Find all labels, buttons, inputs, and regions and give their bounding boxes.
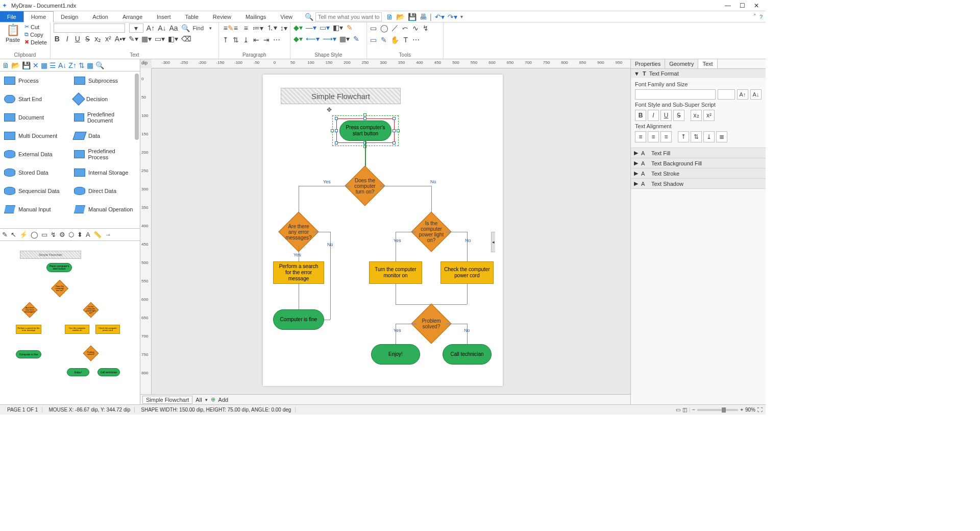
tab-text[interactable]: Text [698,59,717,68]
linestyle-icon[interactable]: ▭▾ [320,23,330,32]
edit-icon[interactable]: ✎ [2,231,8,238]
tool-rect-icon[interactable]: ▭ [370,24,377,32]
process-1[interactable]: Perform a search for the error message [273,261,324,284]
print-icon[interactable]: 🖶 [420,13,427,21]
tool-conn-icon[interactable]: ↯ [422,24,429,32]
delete-button[interactable]: ✖Delete [24,39,47,45]
clear-format-icon[interactable]: ⌫ [181,35,191,43]
corner-icon[interactable]: ◆▾ [293,35,303,43]
add-page-button[interactable]: Add [218,397,229,403]
highlight-icon[interactable]: ✎▾ [129,35,138,43]
shape-manual-input[interactable]: Manual Input [0,200,70,219]
cut-button[interactable]: ✂Cut [24,23,47,30]
zoom-slider[interactable] [697,409,738,411]
valign-mid2-icon[interactable]: ⇅ [691,131,702,142]
more2-icon[interactable]: → [105,231,111,238]
drawing-page[interactable]: Simple Flowchart Press computer's start … [263,75,503,386]
shape-multi-document[interactable]: Multi Document [0,127,70,145]
expand-icon[interactable]: ▶ [634,150,638,156]
text-outline-icon[interactable]: ▭▾ [155,35,165,43]
halign-right-icon[interactable]: ≡ [660,131,672,142]
lib-search-icon[interactable]: 🔍 [95,61,104,69]
tab-properties[interactable]: Properties [631,59,665,68]
grow-font2-icon[interactable]: A↑ [737,89,748,100]
shape-data[interactable]: Data [70,127,140,145]
shapes-palette[interactable]: ProcessSubprocessStart EndDecisionDocume… [0,71,140,229]
decision-1[interactable]: Does the computer turn on? [351,172,379,200]
underline2-icon[interactable]: U [660,110,672,121]
tool-text-icon[interactable]: T [402,36,409,44]
shape-start-end[interactable]: Start End [0,90,70,108]
tool-more-icon[interactable]: ⋯ [412,36,420,44]
para-more-icon[interactable]: ⋯ [273,36,280,44]
align-right-icon[interactable]: ≡ [242,24,250,32]
flowchart-title[interactable]: Simple Flowchart [281,88,401,104]
font-color-icon[interactable]: A▪▾ [115,35,126,43]
lib-view2-icon[interactable]: ☰ [50,61,56,69]
tab-table[interactable]: Table [178,11,206,22]
indent-dec-icon[interactable]: ⇤ [253,36,260,44]
marquee-icon[interactable]: ▭ [41,231,47,238]
font-family-combo[interactable] [54,23,125,33]
align-left-icon[interactable]: ≡ [222,24,229,32]
copy-button[interactable]: ⧉Copy [24,31,47,38]
line-icon[interactable]: ―▾ [306,23,316,32]
lib-sort-icon[interactable]: A↓ [58,61,66,69]
halign-center-icon[interactable]: ≡ [648,131,659,142]
shape-predefined-process[interactable]: Predefined Process [70,145,140,163]
page-tab-current[interactable]: Simple Flowchart [142,396,192,404]
decision-2[interactable]: Are there any error messages? [284,218,313,246]
italic2-icon[interactable]: I [648,110,659,121]
font-size-input[interactable] [718,89,735,100]
zoom-fit-icon[interactable]: ⛶ [757,407,763,413]
linespacing-icon[interactable]: ↕▾ [280,24,287,32]
valign-mid-icon[interactable]: ⇅ [232,36,239,44]
tab-action[interactable]: Action [85,11,115,22]
italic-icon[interactable]: I [64,35,71,43]
align-center-icon[interactable]: ≡ [232,24,239,32]
eyedropper-icon[interactable]: ✎ [346,23,353,32]
shape-process[interactable]: Process [0,71,70,90]
canvas[interactable]: dip -300-250-200-150-100-500501001502002… [140,59,630,404]
superscript2-icon[interactable]: x² [703,110,715,121]
arrow-start-icon[interactable]: ⟵▾ [306,35,320,43]
lasso-icon[interactable]: ◯ [31,231,38,238]
shape-predefined-document[interactable]: Predefined Document [70,108,140,127]
close-button[interactable]: ✕ [749,2,764,9]
tool-curve-icon[interactable]: ∿ [412,24,419,32]
ribbon-collapse-icon[interactable]: ˄ [753,13,756,20]
lib-open-icon[interactable]: 📂 [11,61,20,69]
zoom-in-icon[interactable]: + [740,407,743,413]
font-size-combo[interactable]: ▾ [129,23,143,33]
halign-left-icon[interactable]: ≡ [635,131,646,142]
tell-me-input[interactable] [315,12,382,21]
maximize-button[interactable]: ☐ [735,2,749,9]
paste-button[interactable]: 📋 Paste [3,23,22,43]
undo-icon[interactable]: ↶▾ [435,13,445,21]
tool-pen-icon[interactable]: ✎ [380,36,387,44]
shrink-font-icon[interactable]: A↓ [158,24,166,32]
grow-font-icon[interactable]: A↑ [146,24,155,32]
shape-manual-operation[interactable]: Manual Operation [70,200,140,219]
subscript2-icon[interactable]: x₂ [691,110,702,121]
numbering-icon[interactable]: ⒈▾ [266,23,277,33]
shape-sequencial-data[interactable]: Sequencial Data [0,182,70,200]
redo-icon[interactable]: ↷▾ [448,13,457,21]
shape-subprocess[interactable]: Subprocess [70,71,140,90]
terminal-1[interactable]: Computer is fine [273,309,324,330]
tool-ellipse-icon[interactable]: ◯ [380,24,388,32]
tab-review[interactable]: Review [206,11,238,22]
tab-view[interactable]: View [273,11,300,22]
lib-new-icon[interactable]: 🗎 [2,61,9,69]
page-tab-all[interactable]: All [195,397,202,403]
shadow-icon[interactable]: ◧▾ [333,23,343,32]
group-icon[interactable]: ⬡ [68,231,74,238]
shape-document[interactable]: Document [0,108,70,127]
section-text-shadow[interactable]: ▶AText Shadow [631,179,766,189]
expand-icon[interactable]: ▼ [634,70,640,77]
add-page-icon[interactable]: ⊕ [211,396,215,403]
change-case-icon[interactable]: Aa [169,24,178,32]
fill-icon[interactable]: ◆▾ [293,23,303,32]
shrink-font2-icon[interactable]: A↓ [750,89,762,100]
bullets-icon[interactable]: ≔▾ [253,24,263,32]
